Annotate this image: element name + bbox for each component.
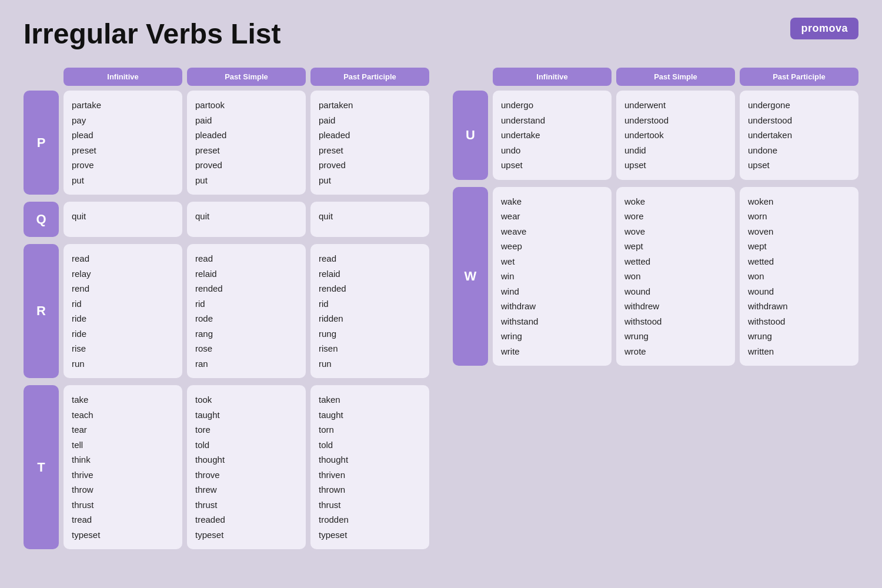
letter-cell: R bbox=[24, 244, 59, 378]
past-simple-cell: partook paid pleaded preset proved put bbox=[187, 91, 306, 195]
past-participle-cell: woken worn woven wept wetted won wound w… bbox=[740, 187, 858, 366]
infinitive-cell: wake wear weave weep wet win wind withdr… bbox=[493, 187, 612, 366]
infinitive-cell: read relay rend rid ride ride rise run bbox=[64, 244, 182, 378]
left-header-past-participle: Past Participle bbox=[310, 68, 429, 86]
brand-logo: promova bbox=[790, 18, 858, 39]
right-header-infinitive: Infinitive bbox=[493, 68, 612, 86]
past-simple-cell: woke wore wove wept wetted won wound wit… bbox=[616, 187, 735, 366]
right-header-past-simple: Past Simple bbox=[616, 68, 735, 86]
infinitive-cell: take teach tear tell think thrive throw … bbox=[64, 385, 182, 549]
page-title: Irregular Verbs List bbox=[24, 18, 281, 50]
letter-cell: Q bbox=[24, 202, 59, 237]
table-row: Uundergo understand undertake undo upset… bbox=[453, 91, 858, 180]
letter-cell: T bbox=[24, 385, 59, 549]
table-row: Ttake teach tear tell think thrive throw… bbox=[24, 385, 429, 549]
left-section: Infinitive Past Simple Past Participle P… bbox=[24, 68, 429, 556]
infinitive-cell: partake pay plead preset prove put bbox=[64, 91, 182, 195]
main-grid: Infinitive Past Simple Past Participle P… bbox=[24, 68, 858, 556]
left-rows: Ppartake pay plead preset prove putparto… bbox=[24, 91, 429, 549]
past-simple-cell: took taught tore told thought throve thr… bbox=[187, 385, 306, 549]
past-simple-cell: quit bbox=[187, 202, 306, 237]
table-row: Wwake wear weave weep wet win wind withd… bbox=[453, 187, 858, 366]
past-participle-cell: undergone understood undertaken undone u… bbox=[740, 91, 858, 180]
right-rows: Uundergo understand undertake undo upset… bbox=[453, 91, 858, 366]
past-participle-cell: quit bbox=[310, 202, 429, 237]
infinitive-cell: undergo understand undertake undo upset bbox=[493, 91, 612, 180]
letter-cell: U bbox=[453, 91, 488, 180]
letter-cell: P bbox=[24, 91, 59, 195]
page-header: Irregular Verbs List promova bbox=[24, 18, 858, 50]
right-header-past-participle: Past Participle bbox=[740, 68, 858, 86]
past-simple-cell: underwent understood undertook undid ups… bbox=[616, 91, 735, 180]
table-row: Qquitquitquit bbox=[24, 202, 429, 237]
right-col-headers: Infinitive Past Simple Past Participle bbox=[453, 68, 858, 86]
past-simple-cell: read relaid rended rid rode rang rose ra… bbox=[187, 244, 306, 378]
left-header-infinitive: Infinitive bbox=[64, 68, 182, 86]
table-row: Rread relay rend rid ride ride rise runr… bbox=[24, 244, 429, 378]
past-participle-cell: partaken paid pleaded preset proved put bbox=[310, 91, 429, 195]
letter-cell: W bbox=[453, 187, 488, 366]
past-participle-cell: read relaid rended rid ridden rung risen… bbox=[310, 244, 429, 378]
infinitive-cell: quit bbox=[64, 202, 182, 237]
left-col-headers: Infinitive Past Simple Past Participle bbox=[24, 68, 429, 86]
past-participle-cell: taken taught torn told thought thriven t… bbox=[310, 385, 429, 549]
right-section: Infinitive Past Simple Past Participle U… bbox=[453, 68, 858, 556]
table-row: Ppartake pay plead preset prove putparto… bbox=[24, 91, 429, 195]
left-header-past-simple: Past Simple bbox=[187, 68, 306, 86]
